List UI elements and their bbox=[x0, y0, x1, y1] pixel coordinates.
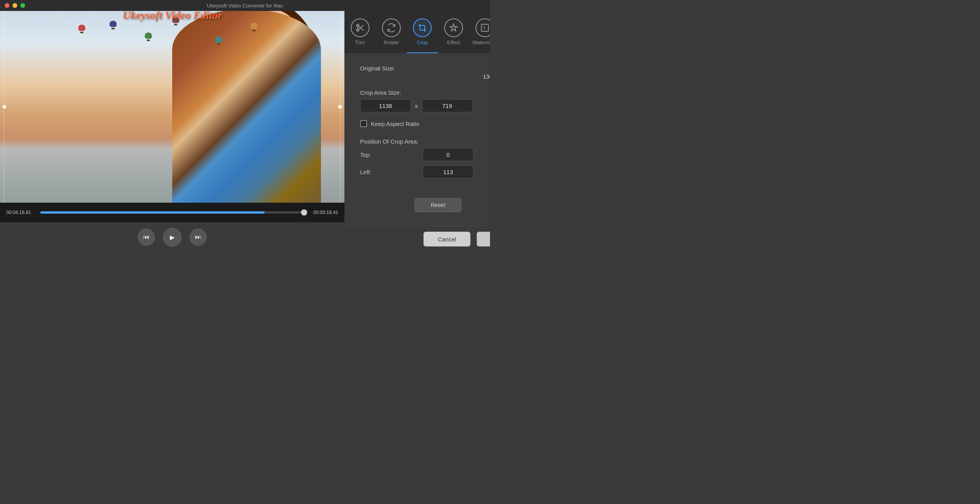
tab-rotate-label: Rotate bbox=[384, 40, 398, 45]
balloon-2 bbox=[110, 21, 117, 29]
tab-crop-label: Crop bbox=[417, 40, 428, 45]
video-title: Ukeysoft Video Editor bbox=[122, 11, 222, 22]
minimize-button[interactable] bbox=[13, 3, 17, 8]
tab-watermark-label: Watermark bbox=[472, 40, 490, 45]
original-size-section: Original Size: 1360 x 720 bbox=[360, 65, 490, 80]
tab-watermark[interactable]: T Watermark bbox=[469, 11, 490, 53]
playback-controls: ⏮ ▶ ⏭ bbox=[0, 222, 344, 252]
tab-trim-label: Trim bbox=[355, 40, 365, 45]
left-row: Left: bbox=[360, 165, 490, 178]
crop-area-section: Crop Area Size: x bbox=[360, 89, 490, 112]
crop-height-input[interactable] bbox=[422, 99, 473, 112]
bottom-bar: Cancel Done bbox=[344, 226, 490, 252]
balloon-3 bbox=[145, 32, 152, 41]
left-value-input[interactable] bbox=[423, 165, 474, 178]
play-button[interactable]: ▶ bbox=[163, 228, 182, 247]
tab-rotate[interactable]: Rotate bbox=[376, 11, 407, 53]
video-area: Ukeysoft Video Editor 00:04:16.81 bbox=[0, 11, 344, 252]
maximize-button[interactable] bbox=[20, 3, 25, 8]
done-button[interactable]: Done bbox=[477, 232, 490, 247]
tabs-bar: Trim Rotate bbox=[344, 11, 490, 53]
crop-size-inputs: x bbox=[360, 99, 490, 112]
crop-area-label: Crop Area Size: bbox=[360, 89, 490, 96]
crop-x-separator: x bbox=[415, 103, 418, 109]
original-size-label: Original Size: bbox=[360, 65, 490, 72]
reset-button[interactable]: Reset bbox=[414, 198, 461, 212]
crop-width-input[interactable] bbox=[360, 99, 411, 112]
video-frame: Ukeysoft Video Editor bbox=[0, 11, 344, 203]
person-element bbox=[172, 11, 321, 203]
progress-track[interactable] bbox=[40, 211, 304, 214]
play-icon: ▶ bbox=[170, 234, 175, 241]
next-button[interactable]: ⏭ bbox=[189, 229, 207, 246]
main-content: Ukeysoft Video Editor 00:04:16.81 bbox=[0, 11, 490, 252]
tab-effect-label: Effect bbox=[447, 40, 460, 45]
window-controls[interactable] bbox=[5, 3, 25, 8]
top-value-input[interactable] bbox=[423, 148, 474, 161]
cancel-button[interactable]: Cancel bbox=[423, 232, 470, 247]
trim-icon bbox=[351, 18, 369, 37]
balloon-1 bbox=[78, 25, 85, 33]
right-panel: Trim Rotate bbox=[344, 11, 490, 252]
rotate-icon bbox=[382, 18, 401, 37]
progress-fill bbox=[40, 211, 265, 214]
left-label: Left: bbox=[360, 169, 384, 175]
window-title: Ukeysoft Video Converter for Mac bbox=[207, 3, 283, 9]
position-label: Position Of Crop Area: bbox=[360, 138, 490, 145]
prev-icon: ⏮ bbox=[143, 234, 150, 241]
tab-effect[interactable]: Effect bbox=[438, 11, 469, 53]
time-elapsed: 00:04:16.81 bbox=[6, 210, 36, 215]
keep-aspect-ratio-label: Keep Aspect Ratio bbox=[371, 121, 419, 127]
progress-thumb[interactable] bbox=[301, 209, 307, 216]
tab-trim[interactable]: Trim bbox=[344, 11, 376, 53]
video-container: Ukeysoft Video Editor bbox=[0, 11, 344, 203]
tab-crop[interactable]: Crop bbox=[407, 11, 438, 53]
keep-aspect-ratio-checkbox[interactable] bbox=[360, 120, 367, 127]
position-section: Position Of Crop Area: Top: Left: bbox=[360, 138, 490, 182]
watermark-icon: T bbox=[476, 18, 490, 37]
svg-text:T: T bbox=[483, 26, 486, 31]
panel-content: Original Size: 1360 x 720 Crop Area Size… bbox=[344, 53, 490, 226]
crop-icon bbox=[413, 18, 432, 37]
next-icon: ⏭ bbox=[195, 234, 201, 241]
close-button[interactable] bbox=[5, 3, 9, 8]
balloon-6 bbox=[250, 23, 258, 31]
original-size-value: 1360 x 720 bbox=[360, 73, 490, 80]
effect-icon bbox=[444, 18, 463, 37]
title-bar: Ukeysoft Video Converter for Mac bbox=[0, 0, 490, 11]
top-label: Top: bbox=[360, 151, 384, 158]
time-remaining: 00:00:18.41 bbox=[309, 210, 338, 215]
top-row: Top: bbox=[360, 148, 490, 161]
prev-button[interactable]: ⏮ bbox=[138, 229, 155, 246]
balloon-5 bbox=[215, 36, 222, 45]
timeline-area: 00:04:16.81 00:00:18.41 bbox=[0, 203, 344, 222]
keep-aspect-ratio-row: Keep Aspect Ratio bbox=[360, 120, 490, 127]
